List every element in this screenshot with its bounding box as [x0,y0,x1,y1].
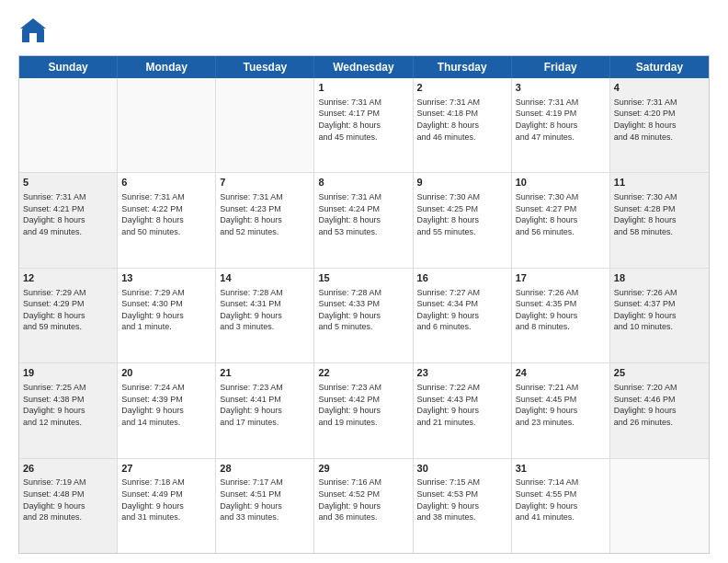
cal-cell-empty-2 [216,78,314,172]
cell-info: Sunrise: 7:18 AM Sunset: 4:49 PM Dayligh… [121,477,211,523]
day-number: 11 [614,176,705,190]
cell-info: Sunrise: 7:21 AM Sunset: 4:45 PM Dayligh… [516,382,606,428]
day-number: 21 [220,366,310,380]
calendar-row-2: 12Sunrise: 7:29 AM Sunset: 4:29 PM Dayli… [19,269,709,363]
day-number: 22 [318,366,408,380]
cell-info: Sunrise: 7:31 AM Sunset: 4:23 PM Dayligh… [220,191,310,237]
day-number: 8 [318,176,408,190]
cal-cell-empty-6 [610,459,709,553]
cell-info: Sunrise: 7:30 AM Sunset: 4:27 PM Dayligh… [516,191,606,237]
cal-cell-19: 19Sunrise: 7:25 AM Sunset: 4:38 PM Dayli… [19,363,118,457]
day-number: 19 [23,366,113,380]
day-number: 28 [220,462,310,476]
cal-cell-18: 18Sunrise: 7:26 AM Sunset: 4:37 PM Dayli… [610,269,709,362]
cal-cell-1: 1Sunrise: 7:31 AM Sunset: 4:17 PM Daylig… [314,78,413,172]
cell-info: Sunrise: 7:31 AM Sunset: 4:20 PM Dayligh… [614,97,705,143]
header-day-saturday: Saturday [610,56,709,78]
cell-info: Sunrise: 7:22 AM Sunset: 4:43 PM Dayligh… [417,382,507,428]
cell-info: Sunrise: 7:31 AM Sunset: 4:19 PM Dayligh… [516,97,606,143]
header-day-friday: Friday [512,56,610,78]
day-number: 20 [121,366,211,380]
cal-cell-31: 31Sunrise: 7:14 AM Sunset: 4:55 PM Dayli… [512,459,610,553]
day-number: 30 [417,462,507,476]
day-number: 2 [417,81,507,95]
cell-info: Sunrise: 7:29 AM Sunset: 4:30 PM Dayligh… [121,287,211,333]
day-number: 1 [318,81,408,95]
cal-cell-26: 26Sunrise: 7:19 AM Sunset: 4:48 PM Dayli… [19,459,118,553]
day-number: 9 [417,176,507,190]
cell-info: Sunrise: 7:31 AM Sunset: 4:17 PM Dayligh… [318,97,408,143]
cal-cell-7: 7Sunrise: 7:31 AM Sunset: 4:23 PM Daylig… [216,173,314,267]
cal-cell-22: 22Sunrise: 7:23 AM Sunset: 4:42 PM Dayli… [314,363,413,457]
day-number: 26 [23,462,113,476]
cell-info: Sunrise: 7:25 AM Sunset: 4:38 PM Dayligh… [23,382,113,428]
cell-info: Sunrise: 7:31 AM Sunset: 4:24 PM Dayligh… [318,191,408,237]
calendar-row-0: 1Sunrise: 7:31 AM Sunset: 4:17 PM Daylig… [19,78,709,173]
day-number: 23 [417,366,507,380]
cal-cell-4: 4Sunrise: 7:31 AM Sunset: 4:20 PM Daylig… [610,78,709,172]
cell-info: Sunrise: 7:16 AM Sunset: 4:52 PM Dayligh… [318,477,408,523]
cal-cell-17: 17Sunrise: 7:26 AM Sunset: 4:35 PM Dayli… [512,269,610,362]
cal-cell-29: 29Sunrise: 7:16 AM Sunset: 4:52 PM Dayli… [314,459,413,553]
day-number: 7 [220,176,310,190]
calendar-row-3: 19Sunrise: 7:25 AM Sunset: 4:38 PM Dayli… [19,363,709,458]
header-day-wednesday: Wednesday [314,56,413,78]
svg-rect-2 [29,33,37,42]
cell-info: Sunrise: 7:14 AM Sunset: 4:55 PM Dayligh… [516,477,606,523]
cell-info: Sunrise: 7:30 AM Sunset: 4:28 PM Dayligh… [614,191,705,237]
calendar-row-4: 26Sunrise: 7:19 AM Sunset: 4:48 PM Dayli… [19,459,709,553]
cal-cell-14: 14Sunrise: 7:28 AM Sunset: 4:31 PM Dayli… [216,269,314,362]
day-number: 13 [121,271,211,285]
cal-cell-5: 5Sunrise: 7:31 AM Sunset: 4:21 PM Daylig… [19,173,118,267]
day-number: 5 [23,176,113,190]
cell-info: Sunrise: 7:29 AM Sunset: 4:29 PM Dayligh… [23,287,113,333]
cal-cell-6: 6Sunrise: 7:31 AM Sunset: 4:22 PM Daylig… [118,173,216,267]
cal-cell-13: 13Sunrise: 7:29 AM Sunset: 4:30 PM Dayli… [118,269,216,362]
cal-cell-2: 2Sunrise: 7:31 AM Sunset: 4:18 PM Daylig… [414,78,512,172]
day-number: 10 [516,176,606,190]
cal-cell-10: 10Sunrise: 7:30 AM Sunset: 4:27 PM Dayli… [512,173,610,267]
cell-info: Sunrise: 7:20 AM Sunset: 4:46 PM Dayligh… [614,382,705,428]
calendar: SundayMondayTuesdayWednesdayThursdayFrid… [18,55,710,554]
header-day-monday: Monday [118,56,216,78]
cal-cell-3: 3Sunrise: 7:31 AM Sunset: 4:19 PM Daylig… [512,78,610,172]
cell-info: Sunrise: 7:15 AM Sunset: 4:53 PM Dayligh… [417,477,507,523]
header-day-sunday: Sunday [19,56,118,78]
day-number: 18 [614,271,705,285]
cal-cell-empty-0 [19,78,118,172]
cal-cell-23: 23Sunrise: 7:22 AM Sunset: 4:43 PM Dayli… [414,363,512,457]
cal-cell-24: 24Sunrise: 7:21 AM Sunset: 4:45 PM Dayli… [512,363,610,457]
cal-cell-30: 30Sunrise: 7:15 AM Sunset: 4:53 PM Dayli… [414,459,512,553]
day-number: 16 [417,271,507,285]
cell-info: Sunrise: 7:26 AM Sunset: 4:35 PM Dayligh… [516,287,606,333]
cell-info: Sunrise: 7:30 AM Sunset: 4:25 PM Dayligh… [417,191,507,237]
day-number: 25 [614,366,705,380]
cal-cell-21: 21Sunrise: 7:23 AM Sunset: 4:41 PM Dayli… [216,363,314,457]
header-day-tuesday: Tuesday [216,56,314,78]
day-number: 29 [318,462,408,476]
cal-cell-16: 16Sunrise: 7:27 AM Sunset: 4:34 PM Dayli… [414,269,512,362]
cell-info: Sunrise: 7:19 AM Sunset: 4:48 PM Dayligh… [23,477,113,523]
cell-info: Sunrise: 7:26 AM Sunset: 4:37 PM Dayligh… [614,287,705,333]
cal-cell-8: 8Sunrise: 7:31 AM Sunset: 4:24 PM Daylig… [314,173,413,267]
cal-cell-9: 9Sunrise: 7:30 AM Sunset: 4:25 PM Daylig… [414,173,512,267]
cal-cell-15: 15Sunrise: 7:28 AM Sunset: 4:33 PM Dayli… [314,269,413,362]
cell-info: Sunrise: 7:28 AM Sunset: 4:33 PM Dayligh… [318,287,408,333]
cell-info: Sunrise: 7:24 AM Sunset: 4:39 PM Dayligh… [121,382,211,428]
day-number: 12 [23,271,113,285]
day-number: 17 [516,271,606,285]
cell-info: Sunrise: 7:28 AM Sunset: 4:31 PM Dayligh… [220,287,310,333]
day-number: 6 [121,176,211,190]
day-number: 14 [220,271,310,285]
cal-cell-11: 11Sunrise: 7:30 AM Sunset: 4:28 PM Dayli… [610,173,709,267]
cal-cell-empty-1 [118,78,216,172]
cal-cell-28: 28Sunrise: 7:17 AM Sunset: 4:51 PM Dayli… [216,459,314,553]
logo-icon [18,17,48,46]
calendar-row-1: 5Sunrise: 7:31 AM Sunset: 4:21 PM Daylig… [19,173,709,268]
cal-cell-20: 20Sunrise: 7:24 AM Sunset: 4:39 PM Dayli… [118,363,216,457]
calendar-body: 1Sunrise: 7:31 AM Sunset: 4:17 PM Daylig… [19,78,709,553]
logo [18,17,51,46]
day-number: 31 [516,462,606,476]
calendar-header: SundayMondayTuesdayWednesdayThursdayFrid… [19,56,709,78]
cell-info: Sunrise: 7:31 AM Sunset: 4:22 PM Dayligh… [121,191,211,237]
